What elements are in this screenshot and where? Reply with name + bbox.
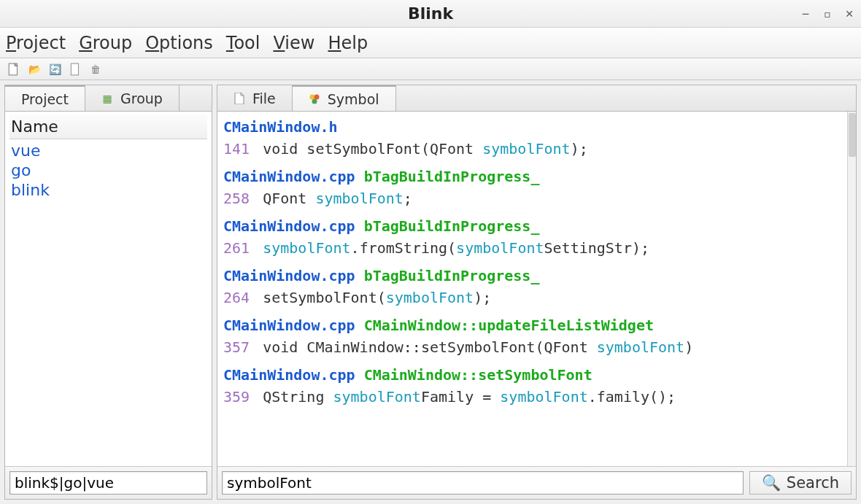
titlebar: Blink ─ ▫ ✕ (0, 0, 861, 28)
project-list: vuegoblink (9, 139, 207, 201)
new-file-icon[interactable] (7, 63, 20, 76)
toolbar: 📂 🔄 🗑 (0, 58, 861, 80)
right-panel: File Symbol CMainWindow.h141 void setSym… (217, 85, 857, 500)
menubar: Project Group Options Tool View Help (0, 28, 861, 58)
minimize-icon[interactable]: ─ (800, 8, 811, 20)
result-header: CMainWindow.cppCMainWindow::updateFileLi… (223, 314, 850, 336)
vertical-scrollbar[interactable] (847, 112, 856, 466)
result-context: CMainWindow::setSymbolFont (364, 366, 592, 384)
code-token: .family(); (588, 388, 676, 406)
code-token: .fromString( (351, 239, 457, 257)
project-item[interactable]: go (11, 160, 206, 180)
match-token: symbolFont (333, 388, 421, 406)
svg-point-4 (314, 94, 319, 99)
result-lineno: 357 (223, 338, 250, 356)
tab-project-label: Project (21, 91, 69, 107)
window-title: Blink (408, 4, 453, 23)
result-file: CMainWindow.cpp (223, 267, 355, 284)
search-button[interactable]: 🔍 Search (749, 471, 852, 495)
file-icon (233, 93, 245, 104)
result-line: 258 QFont symbolFont; (223, 187, 850, 209)
search-button-label: Search (787, 474, 839, 492)
right-footer: 🔍 Search (217, 466, 856, 499)
result-file: CMainWindow.h (223, 118, 338, 136)
result-file: CMainWindow.cpp (223, 317, 355, 334)
result-context: bTagBuildInProgress_ (364, 267, 540, 284)
result-lineno: 141 (223, 140, 250, 158)
match-token: symbolFont (263, 239, 350, 257)
code-token: QFont (254, 190, 315, 207)
result-block[interactable]: CMainWindow.cppbTagBuildInProgress_264 s… (223, 265, 850, 309)
tab-group[interactable]: ▦ Group (85, 85, 179, 111)
code-token: ; (404, 190, 412, 207)
left-panel-content: Name vuegoblink (5, 112, 212, 466)
match-token: symbolFont (500, 388, 587, 406)
code-token: void setSymbolFont(QFont (254, 140, 482, 158)
menu-group[interactable]: Group (79, 33, 132, 53)
symbol-icon (309, 93, 320, 105)
result-block[interactable]: CMainWindow.cppbTagBuildInProgress_258 Q… (223, 166, 850, 209)
menu-project[interactable]: Project (6, 33, 66, 53)
result-line: 357 void CMainWindow::setSymbolFont(QFon… (223, 336, 850, 358)
code-token: Family = (421, 388, 500, 406)
window-controls: ─ ▫ ✕ (800, 0, 855, 28)
code-token: ); (474, 289, 491, 306)
match-token: symbolFont (386, 289, 474, 306)
refresh-icon[interactable]: 🔄 (48, 63, 61, 76)
results-panel: CMainWindow.h141 void setSymbolFont(QFon… (217, 112, 856, 466)
result-block[interactable]: CMainWindow.cppbTagBuildInProgress_261 s… (223, 215, 850, 259)
maximize-icon[interactable]: ▫ (822, 8, 833, 20)
match-token: symbolFont (315, 190, 403, 207)
tab-symbol[interactable]: Symbol (293, 85, 396, 111)
code-token (254, 239, 263, 257)
name-column-header: Name (9, 115, 207, 139)
grid-icon: ▦ (101, 93, 113, 104)
result-line: 141 void setSymbolFont(QFont symbolFont)… (223, 138, 850, 160)
tab-group-label: Group (120, 90, 163, 106)
result-file: CMainWindow.cpp (223, 217, 355, 235)
project-item[interactable]: blink (11, 180, 206, 200)
code-token: void CMainWindow::setSymbolFont(QFont (254, 338, 597, 356)
search-input[interactable] (222, 471, 744, 495)
tab-symbol-label: Symbol (328, 91, 379, 107)
project-item[interactable]: vue (11, 141, 206, 160)
scrollbar-thumb[interactable] (849, 113, 856, 157)
close-icon[interactable]: ✕ (843, 8, 855, 20)
code-token: setSymbolFont( (254, 289, 386, 306)
file-icon[interactable] (69, 63, 82, 76)
result-line: 264 setSymbolFont(symbolFont); (223, 287, 850, 309)
match-token: symbolFont (597, 338, 684, 356)
match-token: symbolFont (482, 140, 570, 158)
result-block[interactable]: CMainWindow.h141 void setSymbolFont(QFon… (223, 116, 850, 160)
tab-file-label: File (252, 90, 276, 106)
result-line: 261 symbolFont.fromString(symbolFontSett… (223, 237, 850, 259)
menu-options[interactable]: Options (145, 33, 213, 53)
result-lineno: 359 (223, 388, 250, 406)
search-icon: 🔍 (762, 474, 781, 492)
result-context: bTagBuildInProgress_ (364, 168, 540, 185)
svg-point-3 (309, 94, 314, 99)
code-token: QString (254, 388, 333, 406)
code-token: SettingStr); (544, 239, 650, 257)
result-lineno: 264 (223, 289, 250, 306)
result-header: CMainWindow.cppbTagBuildInProgress_ (223, 215, 850, 237)
filter-input[interactable] (9, 471, 207, 495)
open-icon[interactable]: 📂 (28, 63, 41, 76)
tab-file[interactable]: File (217, 85, 293, 111)
result-block[interactable]: CMainWindow.cppCMainWindow::setSymbolFon… (223, 364, 850, 408)
result-block[interactable]: CMainWindow.cppCMainWindow::updateFileLi… (223, 314, 850, 358)
menu-view[interactable]: View (273, 33, 314, 53)
body-area: Project ▦ Group Name vuegoblink File (0, 80, 861, 504)
result-header: CMainWindow.cppCMainWindow::setSymbolFon… (223, 364, 850, 386)
result-lineno: 261 (223, 239, 250, 257)
left-footer (5, 466, 212, 499)
tab-project[interactable]: Project (5, 85, 85, 111)
result-file: CMainWindow.cpp (223, 168, 355, 185)
result-context: bTagBuildInProgress_ (364, 217, 540, 235)
result-lineno: 258 (223, 190, 250, 207)
menu-tool[interactable]: Tool (226, 33, 260, 53)
trash-icon[interactable]: 🗑 (89, 63, 102, 76)
result-header: CMainWindow.cppbTagBuildInProgress_ (223, 166, 850, 187)
code-token: ); (571, 140, 588, 158)
menu-help[interactable]: Help (328, 33, 368, 53)
